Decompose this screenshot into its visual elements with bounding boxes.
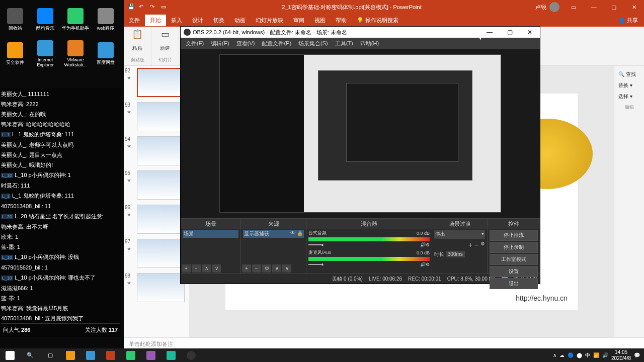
eye-icon[interactable]: 👁 🔒 — [290, 230, 303, 237]
scene-item[interactable]: 场景 — [183, 230, 238, 238]
duration-input[interactable]: 300ms — [446, 251, 465, 257]
ribbon-options-icon[interactable]: ▭ — [564, 0, 584, 14]
remove-transition-button[interactable]: − — [474, 241, 478, 249]
paste-button[interactable]: 📋 — [132, 29, 143, 40]
taskbar-app[interactable] — [80, 348, 101, 362]
close-button[interactable]: ✕ — [624, 0, 644, 14]
slide-thumb[interactable]: 97★ — [126, 239, 187, 268]
tab-file[interactable]: 文件 — [124, 15, 145, 26]
search-icon[interactable]: 🔍 — [20, 348, 40, 362]
share-button[interactable]: 👤 共享 — [612, 17, 644, 24]
tab-review[interactable]: 审阅 — [288, 15, 309, 26]
notifications-icon[interactable]: 💬 — [634, 352, 640, 358]
select-button[interactable]: 选择 ▾ — [617, 91, 641, 102]
replace-button[interactable]: 替换 ▾ — [617, 80, 641, 91]
tab-design[interactable]: 设计 — [187, 15, 208, 26]
source-item[interactable]: 显示器捕获👁 🔒 — [243, 230, 304, 238]
clock[interactable]: 14:052020/4/8 — [611, 349, 631, 361]
tab-insert[interactable]: 插入 — [166, 15, 187, 26]
maximize-button[interactable]: ▢ — [500, 27, 520, 38]
remove-scene-button[interactable]: − — [192, 264, 201, 273]
volume-icon[interactable]: 🔊 — [602, 352, 608, 358]
stop-record-button[interactable]: 停止录制 — [490, 242, 538, 253]
desktop-icon[interactable]: 安全软件 — [0, 37, 30, 71]
ime-icon[interactable]: 中 — [585, 352, 590, 359]
tell-me[interactable]: 💡 操作说明搜索 — [352, 15, 404, 26]
taskbar-app[interactable] — [60, 348, 80, 362]
avatar[interactable] — [549, 2, 559, 12]
slide-thumb[interactable]: 96★ — [126, 205, 187, 234]
stop-stream-button[interactable]: 停止推流 — [490, 230, 538, 241]
tab-view[interactable]: 视图 — [309, 15, 331, 26]
undo-icon[interactable]: ↶ — [139, 4, 146, 11]
tab-home[interactable]: 开始 — [145, 15, 166, 26]
tab-help[interactable]: 帮助 — [331, 15, 352, 26]
settings-button[interactable]: 设置 — [490, 266, 538, 277]
obs-preview[interactable] — [181, 49, 540, 218]
menu-file[interactable]: 文件(F) — [183, 39, 207, 48]
slideshow-icon[interactable]: ▭ — [161, 4, 168, 11]
menu-help[interactable]: 帮助(H) — [357, 39, 382, 48]
redo-icon[interactable]: ↷ — [150, 4, 157, 11]
tab-slideshow[interactable]: 幻灯片放映 — [251, 15, 288, 26]
taskbar-app[interactable] — [141, 348, 161, 362]
volume-slider[interactable]: ━━━━━● — [308, 242, 420, 247]
find-button[interactable]: 🔍 查找 — [617, 69, 641, 80]
scene-down-button[interactable]: ∨ — [212, 264, 221, 273]
volume-slider[interactable]: ━━━━━● — [308, 262, 420, 267]
start-button[interactable] — [0, 348, 20, 362]
slide-thumbnails[interactable]: 92★93★94★95★96★97★98★ — [124, 66, 189, 337]
menu-scenes[interactable]: 场景集合(S) — [295, 39, 331, 48]
maximize-button[interactable]: ▢ — [604, 0, 624, 14]
transition-select[interactable]: 淡出▾ — [434, 230, 485, 239]
add-transition-button[interactable]: + — [468, 241, 472, 249]
taskbar-app[interactable] — [121, 348, 141, 362]
slide-thumb[interactable]: 95★ — [126, 170, 187, 200]
gear-icon[interactable]: ⚙ — [426, 262, 430, 267]
taskbar-powerpoint[interactable] — [101, 348, 121, 362]
tray-icon[interactable]: 🔵 — [568, 352, 574, 358]
desktop-icon[interactable]: 百度网盘 — [91, 37, 121, 71]
desktop-icon[interactable]: Internet Explorer — [30, 37, 60, 71]
desktop-icon[interactable]: 华为手机助手 — [60, 3, 91, 37]
tray-icon[interactable]: ⬤ — [577, 352, 582, 358]
gear-icon[interactable]: ⚙ — [426, 242, 430, 247]
taskbar-app[interactable] — [161, 348, 181, 362]
slide-thumb[interactable]: 98★ — [126, 273, 187, 302]
save-icon[interactable]: 💾 — [128, 4, 135, 11]
task-view-icon[interactable]: ▢ — [40, 348, 60, 362]
tab-transitions[interactable]: 切换 — [208, 15, 229, 26]
taskbar-obs[interactable] — [181, 348, 201, 362]
desktop-icon[interactable]: VMware Workstati... — [60, 37, 91, 71]
studio-mode-button[interactable]: 工作室模式 — [490, 254, 538, 265]
source-props-button[interactable]: ⚙ — [262, 264, 271, 273]
tray-chevron-icon[interactable]: ∧ — [553, 352, 556, 358]
add-source-button[interactable]: + — [242, 264, 251, 273]
slide-thumb[interactable]: 94★ — [126, 136, 187, 165]
network-icon[interactable]: 📶 — [593, 352, 599, 358]
tray-icon[interactable]: ☁ — [559, 352, 565, 358]
slide-thumb[interactable]: 93★ — [126, 102, 187, 131]
source-down-button[interactable]: ∨ — [282, 264, 291, 273]
mixer-desktop-audio: 台式音频0.0 dB ━━━━━●🔊⚙ — [308, 230, 430, 247]
slide-thumb[interactable]: 92★ — [126, 68, 187, 97]
remove-source-button[interactable]: − — [252, 264, 261, 273]
minimize-button[interactable]: — — [584, 0, 604, 14]
close-button[interactable]: ✕ — [520, 27, 540, 38]
menu-edit[interactable]: 编辑(E) — [208, 39, 232, 48]
source-up-button[interactable]: ∧ — [272, 264, 281, 273]
new-slide-button[interactable]: ▭ — [161, 29, 170, 40]
scene-up-button[interactable]: ∧ — [202, 264, 211, 273]
add-scene-button[interactable]: + — [182, 264, 191, 273]
desktop-icon[interactable]: 回收站 — [0, 3, 30, 37]
exit-button[interactable]: 退出 — [490, 278, 538, 289]
menu-tools[interactable]: 工具(T) — [332, 39, 356, 48]
transition-props-icon[interactable]: ⚙ — [480, 241, 485, 249]
desktop-icon[interactable]: 酷狗音乐 — [30, 3, 60, 37]
mute-icon[interactable]: 🔊 — [420, 242, 426, 247]
tab-animations[interactable]: 动画 — [229, 15, 251, 26]
menu-profile[interactable]: 配置文件(P) — [259, 39, 294, 48]
desktop-icon[interactable]: web程序 — [91, 3, 121, 37]
mute-icon[interactable]: 🔊 — [420, 262, 426, 267]
menu-view[interactable]: 查看(V) — [233, 39, 258, 48]
